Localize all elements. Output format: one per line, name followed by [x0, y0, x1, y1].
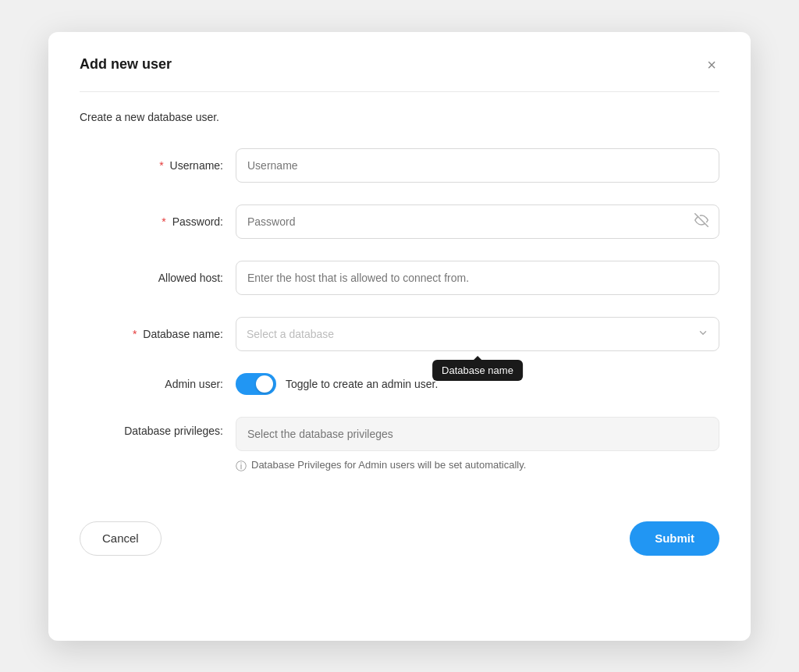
toggle-slider: [236, 373, 276, 395]
password-label: * Password:: [80, 215, 236, 228]
required-star-password: *: [162, 215, 165, 228]
dialog-subtitle: Create a new database user.: [80, 111, 719, 123]
required-star-username: *: [159, 159, 163, 172]
password-visibility-icon[interactable]: [694, 213, 708, 230]
add-user-dialog: Add new user × Create a new database use…: [48, 32, 751, 641]
admin-user-toggle-text: Toggle to create an admin user.: [286, 378, 438, 390]
database-name-tooltip-wrapper: Select a database Database name: [236, 317, 719, 351]
username-input[interactable]: [236, 148, 719, 183]
admin-user-field-group: Admin user: Toggle to create an admin us…: [80, 373, 719, 395]
database-name-label: * Database name:: [80, 328, 236, 340]
admin-user-label: Admin user:: [80, 378, 236, 390]
password-input-wrapper: [236, 204, 719, 239]
database-privileges-group: Database privileges: ⓘ Database Privileg…: [80, 417, 719, 475]
username-field-group: * Username:: [80, 148, 719, 183]
username-label: * Username:: [80, 159, 236, 172]
admin-user-toggle[interactable]: [236, 373, 276, 395]
database-name-field-group: * Database name: Select a database Datab…: [80, 317, 719, 351]
allowed-host-field-group: Allowed host:: [80, 261, 719, 295]
allowed-host-input[interactable]: [236, 261, 719, 295]
close-button[interactable]: ×: [704, 54, 719, 76]
database-privileges-input[interactable]: [236, 417, 719, 451]
dialog-title: Add new user: [80, 56, 172, 73]
submit-button[interactable]: Submit: [630, 521, 719, 556]
database-privileges-label: Database privileges:: [80, 417, 236, 437]
database-privileges-content: ⓘ Database Privileges for Admin users wi…: [236, 417, 719, 475]
required-star-db: *: [133, 328, 137, 340]
database-privileges-hint: ⓘ Database Privileges for Admin users wi…: [236, 457, 719, 475]
cancel-button[interactable]: Cancel: [80, 521, 162, 556]
dialog-header: Add new user ×: [80, 54, 719, 92]
password-input[interactable]: [236, 204, 719, 239]
database-name-select[interactable]: [236, 317, 719, 351]
database-name-tooltip: Database name: [432, 360, 523, 381]
password-field-group: * Password:: [80, 204, 719, 239]
info-icon: ⓘ: [236, 458, 247, 475]
dialog-footer: Cancel Submit: [80, 506, 719, 556]
database-name-select-wrapper: Select a database Database name: [236, 317, 719, 351]
admin-user-toggle-container: Toggle to create an admin user.: [236, 373, 438, 395]
allowed-host-label: Allowed host:: [80, 272, 236, 284]
